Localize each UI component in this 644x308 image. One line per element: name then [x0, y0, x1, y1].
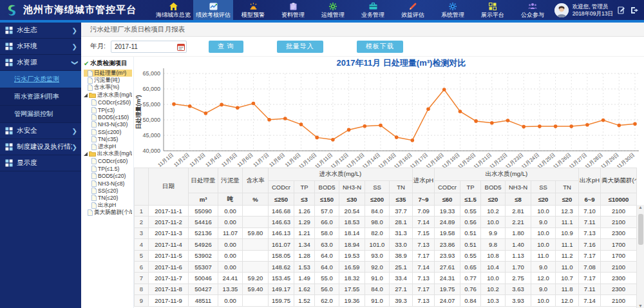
- sidebar-subitem-sewage-plant-quality[interactable]: 污水厂水质监测: [0, 71, 81, 88]
- tree-item-14[interactable]: BOD5(≤20): [84, 172, 132, 179]
- nav-item-performance-eval[interactable]: 绩效考核评估: [193, 0, 233, 20]
- month-input[interactable]: [111, 41, 187, 53]
- table-row[interactable]: 72017-11-75004624.4159.20153.451.4955.01…: [135, 273, 637, 284]
- nav-label: 绩效考核评估: [196, 11, 231, 19]
- table-scrollbar[interactable]: ▲ ▼: [636, 205, 644, 308]
- table-row[interactable]: 62017-11-6553070.00148.621.5364.016.5992…: [135, 261, 637, 272]
- table-row[interactable]: 82017-11-85042713.3559.40149.171.6256.01…: [135, 284, 637, 294]
- cell: 2017-11-1: [149, 206, 189, 217]
- scroll-thumb[interactable]: [638, 214, 643, 245]
- nav-item-model-warning[interactable]: 模型预警: [233, 0, 273, 20]
- sidebar-item-institution-building[interactable]: 制度建设及执行情况❯: [0, 139, 81, 155]
- tree-header: ✔水质检测项目: [84, 59, 132, 68]
- cell: 1.62: [294, 284, 315, 294]
- nav-item-display-platform[interactable]: 展示平台: [473, 0, 513, 20]
- sidebar-item-display-degree[interactable]: 显示度: [0, 155, 81, 171]
- cell: 66.0: [315, 217, 339, 227]
- scroll-down-icon[interactable]: ▼: [638, 303, 643, 308]
- tree-item-11[interactable]: 出水水质(mg/L): [84, 150, 132, 157]
- cell: 10.4: [481, 261, 506, 272]
- cell: 9.0: [531, 261, 556, 272]
- table-row[interactable]: 52017-11-5539020.00158.051.2864.019.5393…: [135, 250, 637, 261]
- tree-item-18[interactable]: 出水pH: [84, 202, 132, 209]
- nav-item-benefit-eval[interactable]: 效益评估: [393, 0, 433, 20]
- file-icon: [88, 70, 93, 77]
- metric-tree: ✔水质检测项目日处理量(m³)污泥量(吨)含水率(%)进水水质(mg/L)COD…: [81, 57, 134, 308]
- svg-text:65,000: 65,000: [142, 70, 160, 77]
- limit-cell: ≤35: [390, 193, 413, 206]
- note-icon[interactable]: [617, 6, 626, 15]
- cell: 91.0: [365, 273, 390, 284]
- avatar[interactable]: [554, 3, 569, 17]
- top-header: 池州市海绵城市管控平台 海绵城市总览绩效考核评估模型预警资料管理运维管理业务管理…: [0, 0, 644, 20]
- cell: 56.0: [315, 284, 339, 294]
- sidebar-item-water-resources[interactable]: 水资源❯: [0, 55, 81, 71]
- tree-item-3[interactable]: 进水水质(mg/L): [84, 91, 132, 99]
- cell: 0.00: [218, 261, 243, 272]
- cell: 57.0: [315, 206, 339, 217]
- cell: 23.86: [435, 239, 460, 250]
- template-download-button[interactable]: 模板下载: [357, 41, 403, 53]
- tree-item-5[interactable]: TP(≤3): [84, 106, 132, 113]
- table-row[interactable]: 42017-11-4549260.00161.071.3463.018.9410…: [135, 239, 637, 250]
- tree-expander-icon[interactable]: [84, 93, 88, 97]
- table-row[interactable]: 92017-11-9485110.00159.751.5262.019.3691…: [135, 295, 637, 306]
- nav-item-business-mgmt[interactable]: 业务管理: [353, 0, 393, 20]
- logout-icon[interactable]: [630, 6, 639, 15]
- file-icon: [88, 77, 93, 84]
- nav-item-system-mgmt[interactable]: 系统管理: [433, 0, 473, 20]
- file-icon: [91, 173, 97, 179]
- tree-item-4[interactable]: CODcr(≤250): [84, 99, 132, 106]
- row-number: 7: [135, 273, 149, 284]
- nav-item-public-participation[interactable]: 公众参与: [513, 0, 553, 20]
- tree-item-6[interactable]: BOD5(≤150): [84, 113, 132, 120]
- tree-item-7[interactable]: NH3-N(≤30): [84, 121, 132, 128]
- tree-expander-icon[interactable]: [84, 152, 88, 156]
- tree-item-16[interactable]: SS(≤20): [84, 187, 132, 194]
- tree-item-15[interactable]: NH3-N(≤8): [84, 180, 132, 187]
- tree-item-1[interactable]: 污泥量(吨): [84, 77, 132, 84]
- tree-item-12[interactable]: CODcr(≤60): [84, 158, 132, 165]
- current-date: 2018年09月13日: [573, 10, 613, 17]
- nav-item-data-mgmt[interactable]: 资料管理: [273, 0, 313, 20]
- table-row[interactable]: 32017-11-35213611.0759.80146.131.2158.01…: [135, 227, 637, 238]
- cell: [243, 206, 269, 217]
- cell: 7.09: [413, 206, 435, 217]
- tree-item-0[interactable]: 日处理量(m³): [84, 70, 132, 77]
- svg-text:11月1日: 11月1日: [156, 152, 175, 168]
- sidebar-subitem-rainwater-utilization[interactable]: 雨水资源利用率: [0, 88, 81, 106]
- sidebar-item-water-environment[interactable]: 水环境❯: [0, 39, 81, 55]
- cell: 2.81: [506, 206, 531, 217]
- file-icon: [91, 195, 97, 201]
- tree-item-10[interactable]: 进水pH: [84, 143, 132, 150]
- sidebar-subitem-pipe-leakage-control[interactable]: 管网漏损控制: [0, 106, 81, 123]
- tree-item-19[interactable]: 粪大肠菌群(个/L): [84, 209, 132, 216]
- cell: 2100: [601, 217, 637, 227]
- tree-item-label: 污泥量(吨): [94, 77, 120, 84]
- nav-item-ops-mgmt[interactable]: 运维管理: [313, 0, 353, 20]
- inflow-sub-header: NH3-N: [339, 181, 365, 193]
- sidebar-item-water-safety[interactable]: 水安全❯: [0, 123, 81, 139]
- tree-item-label: 出水水质(mg/L): [97, 150, 132, 157]
- table-row[interactable]: 12017-11-1550900.00146.681.2657.020.5484…: [135, 206, 637, 217]
- home-icon: [169, 2, 178, 10]
- nav-item-overview[interactable]: 海绵城市总览: [153, 0, 193, 20]
- limit-cell: ≤200: [365, 193, 390, 206]
- cell: 2.75: [506, 273, 531, 284]
- batch-import-button[interactable]: 批量导入: [277, 41, 323, 53]
- cell: 82.0: [365, 227, 390, 238]
- tree-item-13[interactable]: TP(≤1.5): [84, 165, 132, 172]
- cell: 11.8: [556, 284, 579, 294]
- tree-item-17[interactable]: TN(≤20): [84, 195, 132, 202]
- query-button[interactable]: 查 询: [209, 41, 243, 53]
- tree-item-2[interactable]: 含水率(%): [84, 84, 132, 91]
- clipboard-icon: [290, 2, 297, 10]
- scroll-up-icon[interactable]: ▲: [638, 205, 643, 209]
- cell: 54416: [189, 217, 218, 227]
- cell: 9.0: [531, 284, 556, 294]
- calendar-icon[interactable]: [177, 42, 185, 53]
- tree-item-9[interactable]: TN(≤35): [84, 136, 132, 143]
- tree-item-8[interactable]: SS(≤200): [84, 128, 132, 135]
- sidebar-item-water-ecology[interactable]: 水生态❯: [0, 23, 81, 39]
- table-row[interactable]: 22017-11-2544160.00146.631.2966.018.5398…: [135, 217, 637, 227]
